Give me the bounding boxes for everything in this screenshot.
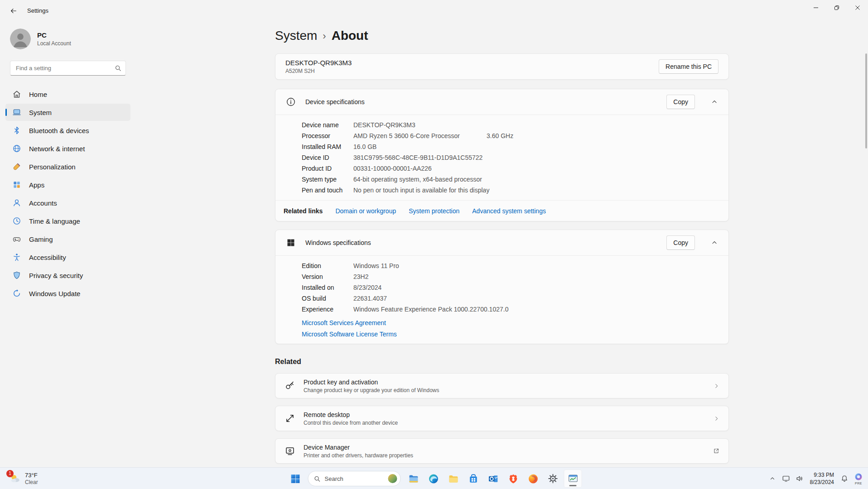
spec-value: 00331-10000-00001-AA226: [353, 163, 432, 174]
product-key-activation-item[interactable]: Product key and activation Change produc…: [275, 373, 729, 398]
time-language-icon: [12, 216, 22, 226]
rename-pc-button[interactable]: Rename this PC: [659, 59, 719, 74]
spec-label: Processor: [302, 130, 353, 141]
gaming-icon: [12, 234, 22, 244]
sidebar-item-label: Accounts: [29, 199, 57, 207]
chevron-up-icon[interactable]: [707, 95, 722, 109]
spec-value: 8/23/2024: [353, 282, 381, 293]
sidebar-item-accessibility[interactable]: Accessibility: [5, 249, 130, 266]
notifications-button[interactable]: [838, 470, 851, 487]
main-content: System › About DESKTOP-QR9K3M3 A520M S2H…: [136, 22, 868, 467]
sidebar-item-personalization[interactable]: Personalization: [5, 158, 130, 175]
spec-row-edition: Edition Windows 11 Pro: [302, 260, 728, 271]
file-explorer-button[interactable]: [405, 470, 423, 488]
active-app-icon: [567, 473, 579, 484]
person-silhouette-icon: [10, 29, 31, 49]
clock-date: 8/23/2024: [810, 479, 834, 486]
windows-specifications-header[interactable]: Windows specifications Copy: [275, 230, 728, 255]
device-manager-item[interactable]: Device Manager Printer and other drivers…: [275, 438, 729, 464]
folder-button[interactable]: [444, 470, 463, 488]
item-title: Remote desktop: [304, 411, 705, 418]
maximize-button[interactable]: [826, 0, 847, 15]
spec-row-system-type: System type 64-bit operating system, x64…: [302, 174, 728, 185]
bluetooth-icon: [12, 125, 22, 135]
item-text: Device Manager Printer and other drivers…: [304, 444, 705, 459]
search-highlight-icon: [387, 473, 398, 484]
firefox-button[interactable]: [524, 470, 542, 488]
sidebar-item-system[interactable]: System: [5, 104, 130, 121]
device-specifications-title: Device specifications: [305, 98, 666, 105]
device-manager-icon: [285, 446, 295, 456]
sidebar-item-time-language[interactable]: Time & language: [5, 212, 130, 230]
brave-button[interactable]: [504, 470, 522, 488]
taskbar-center: Search: [286, 468, 582, 489]
weather-widget[interactable]: 1 73°F Clear: [4, 469, 43, 488]
copy-windows-specs-button[interactable]: Copy: [666, 235, 695, 250]
sidebar-item-privacy-security[interactable]: Privacy & security: [5, 267, 130, 284]
windows-specifications-body: Edition Windows 11 Pro Version 23H2 Inst…: [275, 255, 728, 344]
chevron-up-icon[interactable]: [707, 236, 722, 249]
taskbar-clock[interactable]: 9:33 PM 8/23/2024: [807, 470, 837, 487]
sidebar-item-apps[interactable]: Apps: [5, 176, 130, 193]
close-icon: [855, 5, 860, 10]
spec-label: Installed on: [302, 282, 353, 293]
active-app-button[interactable]: [564, 470, 582, 488]
settings-search-input[interactable]: [10, 61, 126, 76]
spec-label: Version: [302, 271, 353, 282]
sidebar-item-label: Apps: [29, 181, 44, 189]
advanced-system-settings-link[interactable]: Advanced system settings: [472, 207, 546, 215]
home-icon: [12, 89, 22, 99]
system-protection-link[interactable]: System protection: [409, 207, 459, 215]
app-title: Settings: [27, 7, 48, 14]
outlook-button[interactable]: [484, 470, 502, 488]
settings-gear-button[interactable]: [544, 470, 562, 488]
sidebar-item-home[interactable]: Home: [5, 86, 130, 103]
copilot-icon: [854, 472, 863, 481]
network-button[interactable]: [780, 470, 792, 487]
taskbar-search[interactable]: Search: [308, 471, 401, 486]
back-arrow-icon: [10, 7, 17, 14]
breadcrumb-system[interactable]: System: [275, 29, 317, 43]
spec-label: Edition: [302, 260, 353, 271]
sidebar-item-windows-update[interactable]: Windows Update: [5, 285, 130, 302]
microsoft-software-license-terms-link[interactable]: Microsoft Software License Terms: [302, 330, 728, 339]
minimize-icon: [813, 5, 819, 10]
user-account[interactable]: PC Local Account: [5, 24, 130, 53]
sidebar-item-bluetooth-devices[interactable]: Bluetooth & devices: [5, 122, 130, 139]
copy-device-specs-button[interactable]: Copy: [666, 95, 695, 109]
device-model: A520M S2H: [285, 68, 352, 74]
related-links-row: Related links Domain or workgroup System…: [275, 200, 728, 221]
user-name: PC: [37, 31, 71, 39]
domain-or-workgroup-link[interactable]: Domain or workgroup: [335, 207, 396, 215]
microsoft-services-agreement-link[interactable]: Microsoft Services Agreement: [302, 318, 728, 328]
sidebar-item-accounts[interactable]: Accounts: [5, 194, 130, 211]
spec-label: Device ID: [302, 152, 353, 163]
sidebar-item-gaming[interactable]: Gaming: [5, 230, 130, 248]
close-button[interactable]: [847, 0, 868, 15]
sidebar-item-label: Privacy & security: [29, 272, 83, 279]
volume-button[interactable]: [793, 470, 806, 487]
spec-value: DESKTOP-QR9K3M3: [353, 120, 415, 130]
user-account-type: Local Account: [37, 40, 71, 47]
spec-label: Product ID: [302, 163, 353, 174]
spec-row-installed-ram: Installed RAM 16.0 GB: [302, 141, 728, 152]
personalization-icon: [12, 162, 22, 172]
content-column: System › About DESKTOP-QR9K3M3 A520M S2H…: [275, 22, 729, 464]
minimize-button[interactable]: [805, 0, 826, 15]
hidden-icons-button[interactable]: [766, 470, 779, 487]
spec-value: 16.0 GB: [353, 141, 376, 152]
spec-value: Windows 11 Pro: [353, 260, 399, 271]
remote-desktop-item[interactable]: Remote desktop Control this device from …: [275, 406, 729, 431]
edge-button[interactable]: [424, 470, 443, 488]
copilot-button[interactable]: PRE: [852, 469, 865, 489]
start-button[interactable]: [286, 470, 304, 488]
microsoft-store-icon: [468, 473, 479, 484]
related-links-label: Related links: [284, 207, 323, 215]
sidebar-item-network-internet[interactable]: Network & internet: [5, 140, 130, 157]
scrollbar-thumb[interactable]: [865, 53, 867, 149]
back-button[interactable]: [5, 3, 23, 19]
breadcrumb: System › About: [275, 27, 729, 44]
sidebar-item-label: Home: [29, 91, 47, 98]
microsoft-store-button[interactable]: [464, 470, 482, 488]
device-specifications-header[interactable]: Device specifications Copy: [275, 89, 728, 115]
